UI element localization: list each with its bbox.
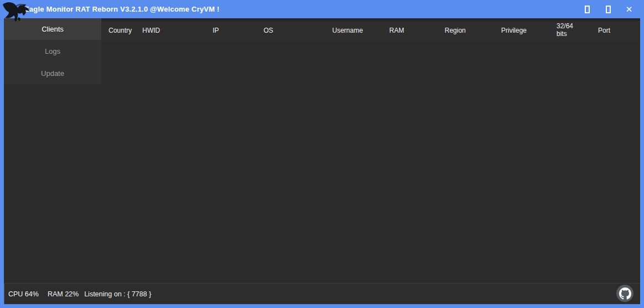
sidebar-nav: Clients Logs Update [4,18,101,84]
cpu-usage-label: CPU 64% [8,290,39,298]
column-header-region[interactable]: Region [445,27,466,34]
clients-table-body[interactable] [101,42,640,283]
window-title: Eagle Monitor RAT Reborn V3.2.1.0 @Welco… [24,0,219,18]
column-header-privilege[interactable]: Privilege [501,27,527,34]
sidebar-item-label: Update [41,69,64,78]
sidebar-item-logs[interactable]: Logs [4,40,101,62]
sidebar-item-update[interactable]: Update [4,62,101,84]
sidebar-item-label: Logs [45,47,60,55]
column-header-hwid[interactable]: HWID [142,27,160,34]
ram-usage-label: RAM 22% [48,290,79,298]
column-header-username[interactable]: Username [332,27,363,34]
app-window: Eagle Monitor RAT Reborn V3.2.1.0 @Welco… [0,0,644,308]
listening-port-label: Listening on : { 7788 } [84,290,151,298]
close-button[interactable]: ✕ [619,0,640,18]
github-button[interactable] [616,285,633,302]
column-header-port[interactable]: Port [598,27,610,34]
maximize-button[interactable] [597,0,619,18]
window-border-bottom [0,304,644,308]
close-icon: ✕ [626,5,633,13]
column-header-bits[interactable]: 32/64 bits [557,22,582,38]
column-header-country[interactable]: Country [109,27,132,34]
github-octocat-icon [619,288,631,300]
sidebar-item-label: Clients [42,25,64,33]
title-bar[interactable]: Eagle Monitor RAT Reborn V3.2.1.0 @Welco… [0,0,644,18]
window-border-left [0,18,4,308]
eagle-logo-icon [2,1,33,24]
maximize-icon [606,6,611,13]
window-border-right [640,18,644,308]
column-header-ip[interactable]: IP [213,27,219,34]
minimize-icon [585,6,590,13]
status-bar: CPU 64% RAM 22% Listening on : { 7788 } [4,283,640,304]
minimize-button[interactable] [576,0,597,18]
window-controls: ✕ [576,0,640,18]
column-header-ram[interactable]: RAM [389,27,404,34]
column-header-os[interactable]: OS [264,27,273,34]
